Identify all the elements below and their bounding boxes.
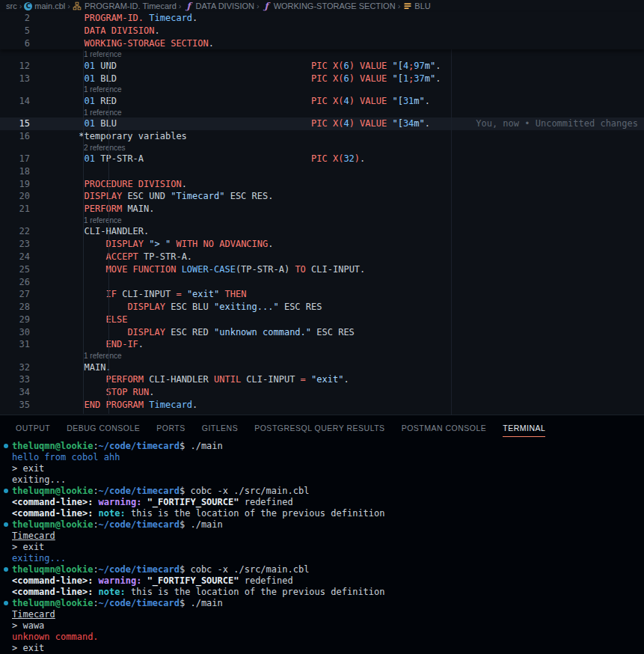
code-line[interactable]: 18: [0, 165, 644, 178]
line-number[interactable]: 17: [0, 153, 30, 165]
codelens-references[interactable]: 1 reference: [0, 108, 644, 117]
code-token: [46, 314, 105, 325]
code-token: ESC BLU: [165, 302, 214, 312]
line-number[interactable]: 27: [0, 288, 30, 301]
line-number[interactable]: 14: [0, 95, 30, 108]
codelens-references[interactable]: 2 references: [0, 143, 644, 153]
line-number[interactable]: 26: [0, 276, 30, 289]
code-line[interactable]: 26: [0, 276, 644, 289]
code-line[interactable]: 6 WORKING-STORAGE SECTION.: [0, 37, 644, 50]
code-token: STOP RUN: [105, 387, 149, 397]
command-decoration-icon[interactable]: [4, 567, 8, 572]
code-token: m": [425, 73, 435, 84]
panel-tab-postman-console[interactable]: POSTMAN CONSOLE: [393, 418, 495, 437]
code-line[interactable]: 13 01 BLD PIC X(6) VALUE "[1;37m".: [0, 73, 644, 85]
code-token: warning:: [99, 497, 142, 507]
code-line[interactable]: 5 DATA DIVISION.: [0, 25, 644, 37]
code-token: unknown command.: [12, 632, 99, 642]
codelens-references[interactable]: 1 reference: [0, 49, 644, 59]
code-line[interactable]: 28 DISPLAY ESC BLU "exiting..." ESC RES: [0, 301, 644, 314]
code-line[interactable]: 30 DISPLAY ESC RED "unknown command." ES…: [0, 326, 644, 339]
code-line[interactable]: 34 STOP RUN.: [0, 386, 644, 399]
breadcrumb-item[interactable]: src: [6, 1, 17, 10]
code-token: PIC X(: [311, 61, 343, 71]
breadcrumb-item[interactable]: Cmain.cbl: [24, 1, 65, 10]
code-line[interactable]: 21 PERFORM MAIN.: [0, 203, 644, 216]
command-decoration-icon[interactable]: [4, 601, 8, 605]
code-token: ) VALUE: [349, 61, 393, 71]
code-token: ~/code/timecard: [99, 441, 180, 451]
code-line[interactable]: 35 END PROGRAM Timecard.: [0, 399, 644, 412]
panel-tab-postgresql-query-results[interactable]: POSTGRESQL QUERY RESULTS: [246, 418, 393, 437]
line-number[interactable]: 15: [0, 117, 30, 130]
terminal[interactable]: theluqmn@lookie:~/code/timecard$ ./mainh…: [0, 441, 644, 654]
code-token: [46, 25, 85, 36]
line-number[interactable]: 13: [0, 73, 30, 85]
breadcrumb-item[interactable]: BLU: [402, 1, 430, 11]
code-token: ~/code/timecard: [99, 519, 180, 530]
code-line[interactable]: 27 IF CLI-INPUT = "exit" THEN: [0, 288, 644, 301]
line-number[interactable]: 24: [0, 251, 30, 263]
code-editor[interactable]: src›Cmain.cbl›PROGRAM-ID. Timecard›ƒDATA…: [0, 0, 644, 415]
line-number[interactable]: 6: [0, 37, 30, 50]
panel-tab-ports[interactable]: PORTS: [148, 418, 193, 437]
codelens-references[interactable]: 1 reference: [0, 351, 644, 361]
command-decoration-icon[interactable]: [4, 489, 8, 493]
line-number[interactable]: 20: [0, 190, 30, 203]
code-line[interactable]: 12 01 UND PIC X(6) VALUE "[4;97m".: [0, 60, 644, 73]
line-number[interactable]: 28: [0, 301, 30, 314]
code-line[interactable]: 16 *temporary variables: [0, 130, 644, 143]
panel-tab-gitlens[interactable]: GITLENS: [194, 418, 246, 437]
line-number[interactable]: 18: [0, 165, 30, 178]
code-token: .: [425, 118, 430, 129]
panel-tab-debug-console[interactable]: DEBUG CONSOLE: [58, 418, 148, 437]
code-line[interactable]: 2 PROGRAM-ID. Timecard.: [0, 12, 644, 25]
codelens-references[interactable]: 1 reference: [0, 216, 644, 225]
line-number[interactable]: 25: [0, 263, 30, 276]
breadcrumb-item[interactable]: ƒWORKING-STORAGE SECTION: [262, 1, 396, 11]
code-line[interactable]: 31 END-IF.: [0, 338, 644, 351]
line-number[interactable]: 31: [0, 338, 30, 351]
panel-tab-output[interactable]: OUTPUT: [7, 418, 58, 437]
command-decoration-icon[interactable]: [4, 444, 8, 448]
codelens-references[interactable]: 1 reference: [0, 85, 644, 94]
panel-tab-terminal[interactable]: TERMINAL: [494, 418, 553, 437]
breadcrumb-item[interactable]: ƒDATA DIVISION: [184, 1, 254, 11]
terminal-line: > exit: [0, 463, 644, 474]
line-number[interactable]: 16: [0, 130, 30, 143]
code-line[interactable]: 24 ACCEPT TP-STR-A.: [0, 251, 644, 263]
code-lines[interactable]: 1 reference12 01 UND PIC X(6) VALUE "[4;…: [0, 49, 644, 411]
line-number[interactable]: 32: [0, 361, 30, 374]
line-number[interactable]: 33: [0, 373, 30, 386]
chevron-right-icon: ›: [67, 1, 70, 10]
line-number[interactable]: 22: [0, 225, 30, 238]
line-number[interactable]: 21: [0, 203, 30, 216]
code-line[interactable]: 20 DISPLAY ESC UND "Timecard" ESC RES.: [0, 190, 644, 203]
line-number[interactable]: 34: [0, 386, 30, 399]
line-number[interactable]: 29: [0, 314, 30, 326]
line-number[interactable]: 35: [0, 399, 30, 412]
line-number[interactable]: 23: [0, 238, 30, 251]
code-line[interactable]: 25 MOVE FUNCTION LOWER-CASE(TP-STR-A) TO…: [0, 263, 644, 276]
code-line[interactable]: 32 MAIN.: [0, 361, 644, 374]
code-token: IF: [105, 289, 116, 299]
code-line[interactable]: 23 DISPLAY "> " WITH NO ADVANCING.: [0, 238, 644, 251]
command-decoration-icon[interactable]: [4, 522, 8, 527]
code-line[interactable]: 14 01 RED PIC X(4) VALUE "[31m".: [0, 95, 644, 108]
code-token: "exiting...": [214, 302, 279, 312]
line-number[interactable]: 12: [0, 60, 30, 73]
code-line[interactable]: 33 PERFORM CLI-HANDLER UNTIL CLI-INPUT =…: [0, 373, 644, 386]
code-line[interactable]: 22 CLI-HANDLER.: [0, 225, 644, 238]
code-line[interactable]: 15 01 BLU PIC X(4) VALUE "[34m".You, now…: [0, 117, 644, 130]
code-line[interactable]: 17 01 TP-STR-A PIC X(32).: [0, 153, 644, 165]
sticky-scroll[interactable]: 2 PROGRAM-ID. Timecard.5 DATA DIVISION.6…: [0, 12, 644, 49]
line-number[interactable]: 2: [0, 12, 30, 25]
line-number[interactable]: 30: [0, 326, 30, 339]
line-number[interactable]: 19: [0, 178, 30, 191]
code-token: "unknown command.": [214, 327, 311, 337]
code-line[interactable]: 29 ELSE: [0, 314, 644, 326]
breadcrumb-item[interactable]: PROGRAM-ID. Timecard: [73, 1, 177, 11]
chevron-right-icon: ›: [179, 1, 182, 10]
line-number[interactable]: 5: [0, 25, 30, 37]
code-line[interactable]: 19 PROCEDURE DIVISION.: [0, 178, 644, 191]
